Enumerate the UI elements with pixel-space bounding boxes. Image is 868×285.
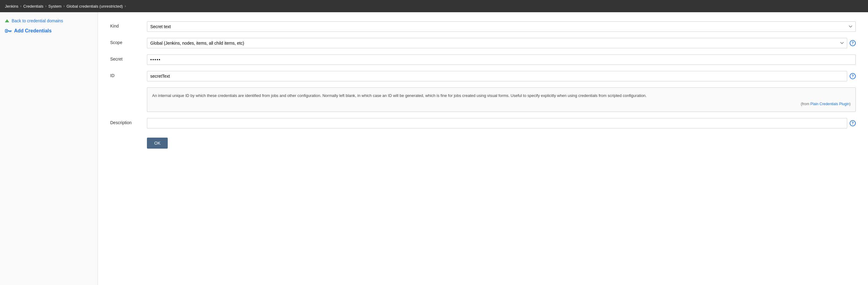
- svg-rect-4: [9, 31, 10, 32]
- id-label: ID: [110, 71, 147, 78]
- key-icon: [5, 28, 12, 34]
- arrow-up-icon: [5, 19, 9, 22]
- back-to-credential-domains-link[interactable]: Back to credential domains: [5, 19, 93, 23]
- scope-label: Scope: [110, 38, 147, 45]
- id-info-box: An internal unique ID by which these cre…: [147, 87, 856, 112]
- description-input[interactable]: [147, 118, 847, 129]
- secret-input[interactable]: [147, 55, 856, 65]
- secret-label: Secret: [110, 55, 147, 62]
- scope-help-icon[interactable]: ?: [850, 40, 856, 46]
- svg-rect-2: [8, 31, 12, 31]
- description-row: Description ?: [110, 118, 856, 129]
- main-layout: Back to credential domains Add Credentia…: [0, 12, 868, 285]
- breadcrumb-jenkins[interactable]: Jenkins: [5, 4, 18, 8]
- svg-point-1: [6, 30, 7, 32]
- kind-row: Kind Secret text Username with password …: [110, 22, 856, 32]
- breadcrumb-system[interactable]: System: [49, 4, 62, 8]
- id-source: (from Plain Credentials Plugin): [152, 101, 850, 107]
- description-control-wrap: ?: [147, 118, 856, 129]
- add-credentials-link[interactable]: Add Credentials: [5, 28, 93, 34]
- description-help-icon[interactable]: ?: [850, 120, 856, 126]
- sep-3: ›: [63, 4, 65, 8]
- scope-row: Scope Global (Jenkins, nodes, items, all…: [110, 38, 856, 48]
- id-row: ID ?: [110, 71, 856, 81]
- scope-control-wrap: Global (Jenkins, nodes, items, all child…: [147, 38, 856, 48]
- id-help-icon[interactable]: ?: [850, 73, 856, 79]
- top-bar: Jenkins › Credentials › System › Global …: [0, 0, 868, 12]
- sep-1: ›: [20, 4, 22, 8]
- description-label: Description: [110, 118, 147, 125]
- id-info-text: An internal unique ID by which these cre…: [152, 93, 647, 98]
- svg-rect-3: [10, 31, 11, 32]
- sep-2: ›: [45, 4, 46, 8]
- kind-label: Kind: [110, 22, 147, 29]
- id-input[interactable]: [147, 71, 847, 81]
- sidebar: Back to credential domains Add Credentia…: [0, 12, 98, 285]
- breadcrumb-credentials[interactable]: Credentials: [23, 4, 43, 8]
- kind-control-wrap: Secret text Username with password SSH U…: [147, 22, 856, 32]
- plain-credentials-plugin-link[interactable]: Plain Credentials Plugin: [810, 102, 849, 106]
- secret-control-wrap: [147, 55, 856, 65]
- ok-button[interactable]: OK: [147, 138, 168, 149]
- secret-row: Secret: [110, 55, 856, 65]
- breadcrumb-global[interactable]: Global credentials (unrestricted): [66, 4, 123, 8]
- sep-4: ›: [125, 4, 126, 8]
- scope-select[interactable]: Global (Jenkins, nodes, items, all child…: [147, 38, 847, 48]
- kind-select[interactable]: Secret text Username with password SSH U…: [147, 22, 856, 32]
- id-control-wrap: ?: [147, 71, 856, 81]
- content-area: Kind Secret text Username with password …: [98, 12, 868, 285]
